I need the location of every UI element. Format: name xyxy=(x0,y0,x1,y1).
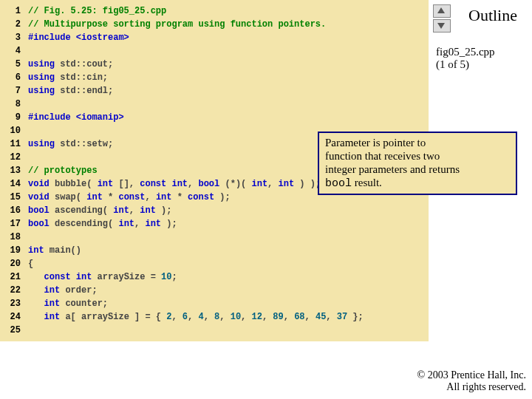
line-number: 25 xyxy=(0,324,28,337)
file-name: fig05_25.cpp xyxy=(436,46,495,58)
line-number: 2 xyxy=(0,18,28,31)
code-text: int order; xyxy=(28,284,429,297)
line-number: 21 xyxy=(0,270,28,284)
code-text: int main() xyxy=(28,244,429,257)
line-number: 24 xyxy=(0,310,28,324)
line-number: 23 xyxy=(0,297,28,310)
line-number: 10 xyxy=(0,124,28,137)
code-text: using std::endl; xyxy=(28,84,429,98)
line-number: 18 xyxy=(0,231,28,244)
code-line: 16bool ascending( int, int ); xyxy=(0,204,429,217)
code-line: 23 int counter; xyxy=(0,297,429,310)
code-line: 22 int order; xyxy=(0,284,429,297)
code-text xyxy=(28,98,429,111)
line-number: 19 xyxy=(0,244,28,257)
code-text: const int arraySize = 10; xyxy=(28,270,429,284)
callout-code: bool xyxy=(325,177,352,190)
callout-box: Parameter is pointer to function that re… xyxy=(318,132,517,195)
code-line: 5using std::cout; xyxy=(0,58,429,71)
callout-text-1: Parameter is pointer to xyxy=(325,137,426,149)
code-line: 3#include <iostream> xyxy=(0,31,429,44)
code-line: 21 const int arraySize = 10; xyxy=(0,270,429,284)
footer: © 2003 Prentice Hall, Inc. All rights re… xyxy=(417,369,527,393)
code-line: 24 int a[ arraySize ] = { 2, 6, 4, 8, 10… xyxy=(0,310,429,324)
code-line: 20{ xyxy=(0,257,429,270)
code-text xyxy=(28,231,429,244)
code-line: 4 xyxy=(0,44,429,58)
line-number: 15 xyxy=(0,191,28,204)
code-text xyxy=(28,324,429,337)
code-text xyxy=(28,44,429,58)
copyright-line-2: All rights reserved. xyxy=(446,381,526,392)
line-number: 9 xyxy=(0,111,28,124)
code-line: 9#include <iomanip> xyxy=(0,111,429,124)
code-text: using std::cin; xyxy=(28,71,429,84)
code-text: #include <iomanip> xyxy=(28,111,429,124)
code-text: #include <iostream> xyxy=(28,31,429,44)
line-number: 6 xyxy=(0,71,28,84)
line-number: 22 xyxy=(0,284,28,297)
code-line: 18 xyxy=(0,231,429,244)
code-line: 7using std::endl; xyxy=(0,84,429,98)
code-line: 6using std::cin; xyxy=(0,71,429,84)
code-line: 1// Fig. 5.25: fig05_25.cpp xyxy=(0,4,429,18)
next-slide-button[interactable] xyxy=(433,19,451,33)
outline-nav: Outline xyxy=(429,0,532,25)
code-line: 2// Multipurpose sorting program using f… xyxy=(0,18,429,31)
code-text: // Multipurpose sorting program using fu… xyxy=(28,18,429,31)
callout-text-4: result. xyxy=(352,177,382,188)
line-number: 4 xyxy=(0,44,28,58)
line-number: 13 xyxy=(0,164,28,177)
line-number: 8 xyxy=(0,98,28,111)
prev-slide-button[interactable] xyxy=(433,4,451,18)
code-text: // Fig. 5.25: fig05_25.cpp xyxy=(28,4,429,18)
line-number: 3 xyxy=(0,31,28,44)
line-number: 12 xyxy=(0,151,28,164)
code-line: 8 xyxy=(0,98,429,111)
code-line: 17bool descending( int, int ); xyxy=(0,217,429,231)
line-number: 7 xyxy=(0,84,28,98)
code-text: bool ascending( int, int ); xyxy=(28,204,429,217)
line-number: 1 xyxy=(0,4,28,18)
code-text: { xyxy=(28,257,429,270)
file-part: (1 of 5) xyxy=(436,58,469,70)
line-number: 11 xyxy=(0,137,28,151)
line-number: 20 xyxy=(0,257,28,270)
line-number: 16 xyxy=(0,204,28,217)
callout-text-3: integer parameters and returns xyxy=(325,163,460,175)
code-text: using std::cout; xyxy=(28,58,429,71)
code-line: 25 xyxy=(0,324,429,337)
code-text: int counter; xyxy=(28,297,429,310)
line-number: 14 xyxy=(0,177,28,191)
code-line: 19int main() xyxy=(0,244,429,257)
copyright-line-1: © 2003 Prentice Hall, Inc. xyxy=(417,369,527,381)
line-number: 5 xyxy=(0,58,28,71)
outline-title: Outline xyxy=(458,6,528,25)
code-text: int a[ arraySize ] = { 2, 6, 4, 8, 10, 1… xyxy=(28,310,429,324)
line-number: 17 xyxy=(0,217,28,231)
code-text: bool descending( int, int ); xyxy=(28,217,429,231)
callout-text-2: function that receives two xyxy=(325,150,440,162)
